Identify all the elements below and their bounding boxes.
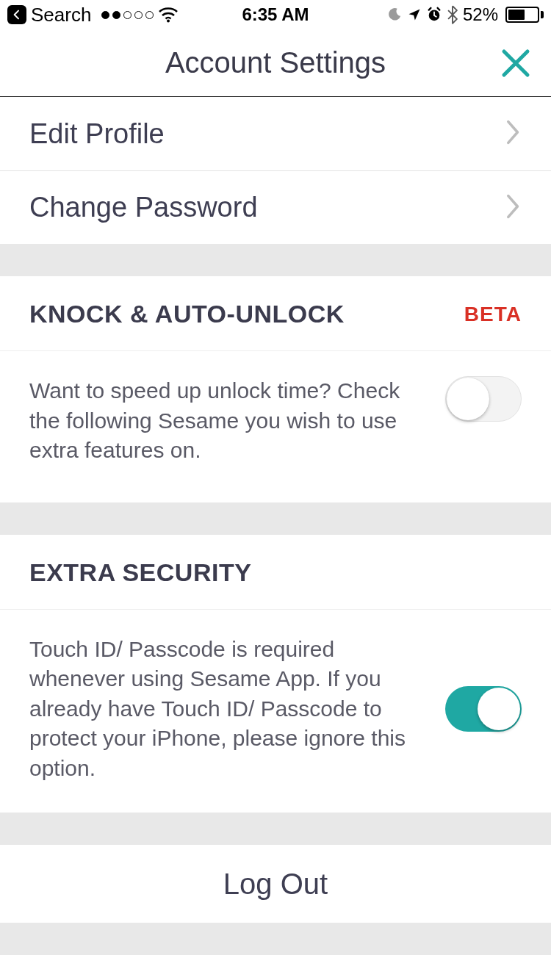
battery-percent: 52% [463, 4, 498, 25]
edit-profile-label: Edit Profile [29, 118, 165, 150]
change-password-label: Change Password [29, 192, 258, 223]
wifi-icon [158, 7, 179, 23]
section-divider [0, 813, 551, 845]
svg-point-0 [167, 20, 170, 23]
bluetooth-icon [447, 5, 458, 24]
toggle-knob-icon [478, 688, 520, 730]
security-description: Touch ID/ Passcode is required whenever … [29, 635, 428, 784]
logout-button[interactable]: Log Out [0, 845, 551, 923]
status-right: 52% [386, 4, 544, 25]
knock-row: Want to speed up unlock time? Check the … [0, 351, 551, 502]
page-title: Account Settings [165, 46, 386, 79]
back-to-app-icon[interactable] [7, 5, 26, 24]
security-toggle[interactable] [445, 686, 522, 732]
section-divider [0, 923, 551, 955]
security-row: Touch ID/ Passcode is required whenever … [0, 610, 551, 813]
knock-section-header: KNOCK & AUTO-UNLOCK BETA [0, 276, 551, 351]
knock-section-title: KNOCK & AUTO-UNLOCK [29, 300, 345, 328]
status-left: Search [7, 4, 179, 26]
knock-description: Want to speed up unlock time? Check the … [29, 376, 428, 466]
delete-account-button[interactable]: Delete My Account [0, 955, 551, 980]
location-icon [407, 7, 422, 22]
beta-badge: BETA [464, 303, 522, 326]
section-divider [0, 244, 551, 276]
change-password-row[interactable]: Change Password [0, 170, 551, 244]
signal-dots-icon [101, 11, 154, 19]
toggle-knob-icon [447, 378, 489, 420]
edit-profile-row[interactable]: Edit Profile [0, 97, 551, 170]
logout-label: Log Out [223, 868, 328, 901]
status-bar: Search 6:35 AM 52% [0, 0, 551, 29]
delete-account-label: Delete My Account [153, 978, 398, 981]
knock-toggle[interactable] [445, 376, 522, 422]
alarm-icon [426, 7, 442, 23]
security-section-title: EXTRA SECURITY [29, 558, 251, 587]
chevron-right-icon [505, 119, 522, 148]
do-not-disturb-icon [386, 7, 403, 23]
close-button[interactable] [495, 43, 536, 84]
back-to-app-label[interactable]: Search [31, 4, 91, 26]
battery-icon [503, 7, 544, 23]
nav-header: Account Settings [0, 29, 551, 97]
chevron-right-icon [505, 193, 522, 223]
section-divider [0, 502, 551, 535]
security-section-header: EXTRA SECURITY [0, 535, 551, 610]
close-icon [500, 47, 532, 79]
